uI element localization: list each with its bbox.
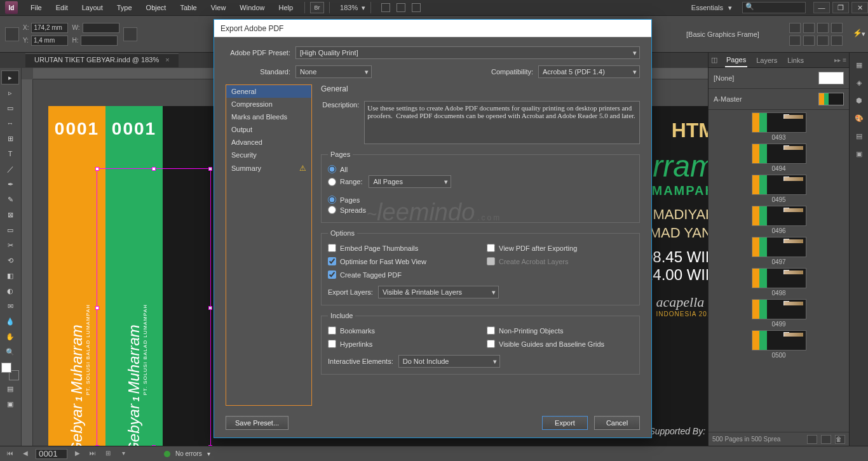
workspace-dropdown-icon[interactable]: ▾ (728, 4, 732, 12)
panel-collapse-icon[interactable]: ▸▸ ≡ (834, 57, 846, 63)
tab-layers[interactable]: Layers (755, 54, 778, 67)
radio-range[interactable] (328, 178, 336, 186)
x-field[interactable] (31, 23, 68, 33)
page-thumb-row[interactable]: A0495 (752, 175, 806, 203)
workspace-switcher[interactable]: Essentials (691, 4, 723, 11)
zoom-dropdown-icon[interactable]: ▾ (362, 4, 365, 12)
edit-page-size-icon[interactable] (807, 435, 817, 444)
rectangle-frame-tool-icon[interactable]: ⊠ (1, 208, 19, 222)
vertical-ruler[interactable] (22, 79, 33, 446)
type-tool-icon[interactable]: T (1, 147, 19, 161)
open-bridge-icon[interactable]: ⊞ (103, 450, 113, 458)
page-thumb-row[interactable]: A0494 (752, 144, 806, 172)
rectangle-tool-icon[interactable]: ▭ (1, 223, 19, 237)
master-a[interactable]: A-Master (709, 89, 849, 110)
menu-file[interactable]: File (24, 1, 48, 14)
new-page-icon[interactable] (821, 435, 831, 444)
radio-all[interactable] (328, 165, 336, 173)
cc-libraries-icon[interactable]: ▦ (852, 58, 866, 72)
check-optimize[interactable] (328, 257, 336, 265)
h-field[interactable] (81, 36, 118, 46)
line-tool-icon[interactable]: ／ (1, 162, 19, 176)
screen-mode-icon[interactable] (397, 3, 405, 12)
cb-icon-3[interactable] (817, 23, 829, 33)
preset-select[interactable]: [High Quality Print] (295, 46, 640, 59)
export-layers-select[interactable]: Visible & Printable Layers (378, 286, 499, 298)
tab-links[interactable]: Links (786, 54, 805, 67)
preflight-dropdown-icon[interactable]: ▾ (207, 450, 210, 457)
zoom-level[interactable]: 183% (340, 4, 358, 11)
master-none[interactable]: [None] (709, 68, 849, 89)
side-tab-security[interactable]: Security (226, 149, 311, 161)
side-tab-marks[interactable]: Marks and Bleeds (226, 110, 311, 123)
menu-help[interactable]: Help (272, 1, 299, 14)
note-tool-icon[interactable]: ✉ (1, 299, 19, 313)
check-bookmarks[interactable] (328, 326, 336, 335)
scissors-tool-icon[interactable]: ✂ (1, 238, 19, 252)
gradient-swatch-tool-icon[interactable]: ◧ (1, 269, 19, 283)
arrange-documents-icon[interactable] (412, 3, 421, 12)
object-styles-icon[interactable]: ▣ (852, 147, 866, 161)
menu-view[interactable]: View (205, 1, 233, 14)
gradient-panel-icon[interactable]: ▤ (852, 129, 866, 143)
check-nonprint[interactable] (487, 326, 495, 335)
page-thumb-row[interactable]: A0499 (752, 299, 806, 328)
menu-object[interactable]: Object (140, 1, 173, 14)
export-button[interactable]: Export (542, 416, 588, 430)
window-minimize-button[interactable]: — (813, 2, 830, 13)
free-transform-tool-icon[interactable]: ⟲ (1, 253, 19, 267)
gradient-feather-tool-icon[interactable]: ◐ (1, 284, 19, 298)
cb-icon-8[interactable] (831, 36, 843, 46)
menu-type[interactable]: Type (111, 1, 139, 14)
side-tab-output[interactable]: Output (226, 123, 311, 136)
side-tab-advanced[interactable]: Advanced (226, 136, 311, 149)
radio-spreads[interactable] (328, 206, 336, 214)
page-thumb-row[interactable]: A0496 (752, 206, 806, 234)
window-restore-button[interactable]: ❐ (832, 2, 849, 13)
page-tool-icon[interactable]: ▭ (1, 101, 19, 115)
menu-layout[interactable]: Layout (76, 1, 109, 14)
description-textarea[interactable]: Use these settings to create Adobe PDF d… (364, 101, 640, 144)
cb-icon-7[interactable] (817, 36, 829, 46)
preflight-menu-icon[interactable]: ▾ (118, 450, 128, 458)
pages-thumb-list[interactable]: A0493A0494A0495A0496A0497A0498A0499A0500 (709, 110, 849, 432)
page-thumb-row[interactable]: A0493 (752, 112, 806, 141)
apply-color-icon[interactable]: ▤ (1, 382, 19, 396)
cb-icon-1[interactable] (789, 23, 801, 33)
pen-tool-icon[interactable]: ✒ (1, 177, 19, 191)
page-thumb-row[interactable]: A0500 (752, 330, 806, 359)
side-tab-general[interactable]: General (226, 85, 311, 98)
standard-select[interactable]: None (295, 65, 372, 78)
content-collector-tool-icon[interactable]: ⊞ (1, 131, 19, 145)
check-guides[interactable] (487, 340, 495, 348)
close-tab-icon[interactable]: × (165, 56, 169, 63)
stroke-panel-icon[interactable]: ◈ (852, 76, 866, 90)
view-options-icon[interactable] (381, 3, 390, 12)
window-close-button[interactable]: ✕ (851, 2, 868, 13)
cb-icon-6[interactable] (803, 36, 815, 46)
first-page-button[interactable]: ⏮ (5, 450, 15, 458)
cb-icon-4[interactable] (831, 23, 843, 33)
menu-window[interactable]: Window (233, 1, 271, 14)
search-input[interactable]: 🔍 (742, 2, 806, 13)
selection-tool-icon[interactable]: ▸ (1, 70, 19, 84)
fill-stroke-icon[interactable] (1, 363, 19, 380)
bridge-button[interactable]: Br (310, 2, 324, 13)
zoom-tool-icon[interactable]: 🔍 (1, 345, 19, 359)
check-view-after[interactable] (487, 244, 495, 252)
page-thumb-row[interactable]: A0498 (752, 268, 806, 297)
cb-icon-2[interactable] (803, 23, 815, 33)
delete-page-icon[interactable]: 🗑 (835, 435, 845, 444)
reference-point-icon[interactable] (5, 27, 19, 41)
compatibility-select[interactable]: Acrobat 5 (PDF 1.4) (538, 65, 640, 78)
check-tagged[interactable] (328, 271, 336, 279)
document-tab[interactable]: URUTAN TIKET GEBYAR.indd @ 183%× (25, 53, 179, 67)
pencil-tool-icon[interactable]: ✎ (1, 192, 19, 206)
gap-tool-icon[interactable]: ↔ (1, 116, 19, 130)
prev-page-button[interactable]: ◀ (20, 450, 31, 458)
graphics-frame-select[interactable]: [Basic Graphics Frame] (686, 30, 769, 38)
interactive-select[interactable]: Do Not Include (398, 355, 500, 368)
y-field[interactable] (31, 36, 68, 46)
page-thumb-row[interactable]: A0497 (752, 237, 806, 265)
range-select[interactable]: All Pages (369, 175, 451, 188)
